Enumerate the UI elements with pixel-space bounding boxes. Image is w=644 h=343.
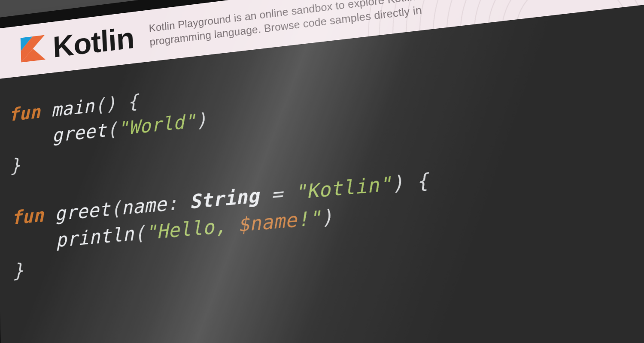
fn-greet: greet: [55, 198, 111, 225]
brand-name: Kotlin: [52, 21, 135, 64]
fn-main: main: [51, 95, 95, 120]
keyword-fun: fun: [11, 204, 44, 229]
string-hello-open: "Hello,: [145, 214, 238, 244]
code-block[interactable]: fun main() { greet("World") } fun greet(…: [8, 30, 644, 284]
param-name: name: [121, 193, 167, 219]
call-println: println: [55, 223, 134, 251]
template-var: $name: [237, 208, 298, 236]
brand: Kotlin: [20, 21, 135, 68]
screen: Kotlin Kotlin Playground is an online sa…: [0, 0, 644, 343]
string-world: "World": [117, 110, 196, 140]
string-hello-close: !": [296, 207, 322, 232]
call-greet: greet: [52, 120, 107, 146]
keyword-fun: fun: [8, 101, 41, 125]
string-kotlin: "Kotlin": [294, 172, 392, 204]
type-string: String: [189, 184, 260, 213]
kotlin-logo-icon: [21, 35, 46, 64]
